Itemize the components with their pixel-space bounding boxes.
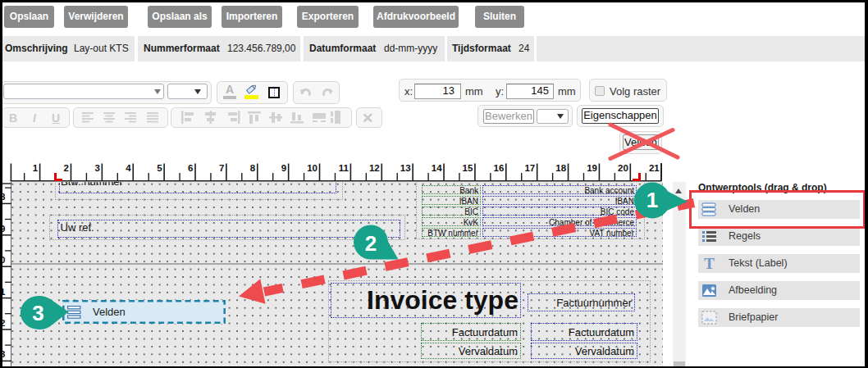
svg-text:3: 3 <box>32 301 43 325</box>
svg-text:2: 2 <box>365 231 377 256</box>
svg-text:1: 1 <box>646 188 658 212</box>
